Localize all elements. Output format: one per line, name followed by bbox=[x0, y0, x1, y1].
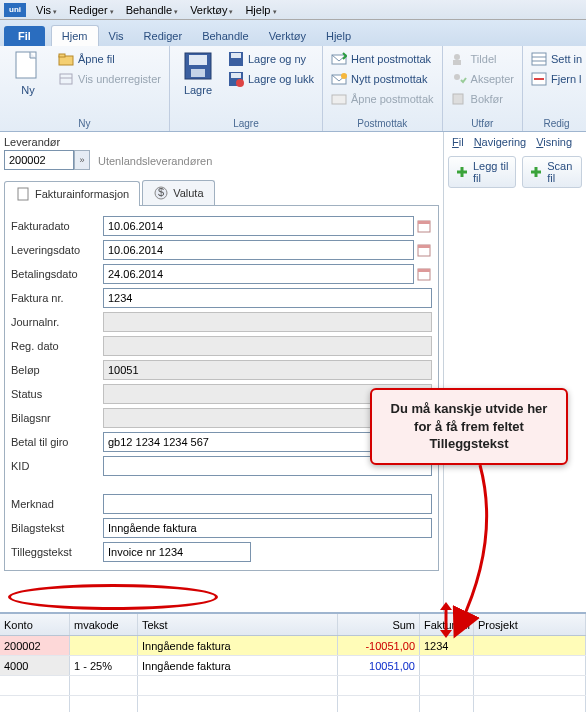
col-sum[interactable]: Sum bbox=[338, 614, 420, 635]
menu-behandle[interactable]: Behandle bbox=[122, 4, 183, 16]
tab-behandle[interactable]: Behandle bbox=[192, 26, 259, 46]
open-file-label: Åpne fil bbox=[78, 53, 115, 65]
col-prosjekt[interactable]: Prosjekt bbox=[474, 614, 586, 635]
cell-tekst[interactable]: Inngående faktura bbox=[138, 656, 338, 675]
save-new-icon bbox=[228, 51, 244, 67]
col-mvakode[interactable]: mvakode bbox=[70, 614, 138, 635]
merknad-input[interactable] bbox=[103, 494, 432, 514]
hent-postmottak-label: Hent postmottak bbox=[351, 53, 431, 65]
tab-valuta[interactable]: $Valuta bbox=[142, 180, 214, 205]
belop-label: Beløp bbox=[11, 364, 103, 376]
calendar-icon[interactable] bbox=[416, 216, 432, 236]
post-icon bbox=[451, 91, 467, 107]
tab-fil[interactable]: Fil bbox=[4, 26, 45, 46]
mail-in-icon bbox=[331, 51, 347, 67]
save-icon bbox=[182, 50, 214, 82]
hent-postmottak-button[interactable]: Hent postmottak bbox=[329, 50, 436, 68]
cell-tekst[interactable]: Inngående faktura bbox=[138, 636, 338, 655]
svg-rect-18 bbox=[453, 60, 461, 65]
nytt-postmottak-button[interactable]: Nytt postmottak bbox=[329, 70, 436, 88]
sett-inn-button[interactable]: Sett in bbox=[529, 50, 584, 68]
save-button[interactable]: Lagre bbox=[176, 50, 220, 96]
plus-icon bbox=[529, 164, 543, 180]
bilagstekst-input[interactable] bbox=[103, 518, 432, 538]
menu-verktoy[interactable]: Verktøy bbox=[186, 4, 237, 16]
tildel-label: Tildel bbox=[471, 53, 497, 65]
tab-hjem[interactable]: Hjem bbox=[51, 25, 99, 46]
new-button[interactable]: Ny bbox=[6, 50, 50, 96]
fakturanr-label: Faktura nr. bbox=[11, 292, 103, 304]
fjern-button[interactable]: Fjern l bbox=[529, 70, 584, 88]
open-file-button[interactable]: Åpne fil bbox=[56, 50, 163, 68]
cell-fakturanr[interactable]: 1234 bbox=[420, 636, 474, 655]
currency-icon: $ bbox=[153, 185, 169, 201]
tab-verktoy[interactable]: Verktøy bbox=[259, 26, 316, 46]
svg-rect-9 bbox=[231, 53, 241, 58]
save-and-close-button[interactable]: Lagre og lukk bbox=[226, 70, 316, 88]
svg-rect-20 bbox=[453, 94, 463, 104]
fakturanr-input[interactable] bbox=[103, 288, 432, 308]
belop-input bbox=[103, 360, 432, 380]
supplier-code-input[interactable] bbox=[4, 150, 74, 170]
cell-mvakode[interactable] bbox=[70, 636, 138, 655]
apne-postmottak-button[interactable]: Åpne postmottak bbox=[329, 90, 436, 108]
status-label: Status bbox=[11, 388, 103, 400]
nytt-postmottak-label: Nytt postmottak bbox=[351, 73, 427, 85]
sett-inn-label: Sett in bbox=[551, 53, 582, 65]
cell-sum[interactable]: -10051,00 bbox=[338, 636, 420, 655]
cell-prosjekt[interactable] bbox=[474, 636, 586, 655]
top-menu-bar: uni Vis Rediger Behandle Verktøy Hjelp bbox=[0, 0, 586, 20]
cell-mvakode[interactable]: 1 - 25% bbox=[70, 656, 138, 675]
tab-vis[interactable]: Vis bbox=[99, 26, 134, 46]
betalingsdato-label: Betalingsdato bbox=[11, 268, 103, 280]
tildel-button[interactable]: Tildel bbox=[449, 50, 516, 68]
aksepter-button[interactable]: Aksepter bbox=[449, 70, 516, 88]
leveringsdato-input[interactable] bbox=[103, 240, 414, 260]
svg-rect-3 bbox=[60, 74, 72, 84]
tilleggstekst-input[interactable] bbox=[103, 542, 251, 562]
legg-til-fil-button[interactable]: Legg til fil bbox=[448, 156, 516, 188]
cell-prosjekt[interactable] bbox=[474, 656, 586, 675]
svg-rect-11 bbox=[231, 73, 241, 78]
ribbon-group-rediger-label: Redig bbox=[529, 116, 584, 131]
tab-fakturainformasjon[interactable]: Fakturainformasjon bbox=[4, 181, 140, 206]
cell-konto[interactable]: 4000 bbox=[0, 656, 70, 675]
scan-fil-button[interactable]: Scan fil bbox=[522, 156, 582, 188]
tab-rediger[interactable]: Rediger bbox=[134, 26, 193, 46]
vis-underregister-button[interactable]: Vis underregister bbox=[56, 70, 163, 88]
tab-fakturainformasjon-label: Fakturainformasjon bbox=[35, 188, 129, 200]
table-row[interactable]: 200002Inngående faktura-10051,001234 bbox=[0, 636, 586, 656]
mail-open-icon bbox=[331, 91, 347, 107]
menu-vis[interactable]: Vis bbox=[32, 4, 61, 16]
col-tekst[interactable]: Tekst bbox=[138, 614, 338, 635]
annotation-callout: Du må kanskje utvide her for å få frem f… bbox=[370, 388, 568, 465]
right-menu-visning[interactable]: Visning bbox=[532, 134, 576, 150]
betalingsdato-input[interactable] bbox=[103, 264, 414, 284]
table-row[interactable]: 40001 - 25%Inngående faktura10051,00 bbox=[0, 656, 586, 676]
save-and-new-button[interactable]: Lagre og ny bbox=[226, 50, 316, 68]
supplier-lookup-button[interactable]: » bbox=[74, 150, 90, 170]
new-button-label: Ny bbox=[21, 84, 34, 96]
ribbon-group-postmottak: Hent postmottak Nytt postmottak Åpne pos… bbox=[323, 46, 443, 131]
ribbon-group-utfor: Tildel Aksepter Bokfør Utfør bbox=[443, 46, 523, 131]
fakturadato-input[interactable] bbox=[103, 216, 414, 236]
table-row-empty[interactable] bbox=[0, 696, 586, 712]
bokfor-button[interactable]: Bokfør bbox=[449, 90, 516, 108]
right-menu: Fil Navigering Visning bbox=[448, 134, 582, 150]
right-menu-navigering[interactable]: Navigering bbox=[470, 134, 531, 150]
col-fakturanr[interactable]: Fakturanr bbox=[420, 614, 474, 635]
cell-fakturanr[interactable] bbox=[420, 656, 474, 675]
menu-hjelp[interactable]: Hjelp bbox=[241, 4, 280, 16]
cell-sum[interactable]: 10051,00 bbox=[338, 656, 420, 675]
cell-konto[interactable]: 200002 bbox=[0, 636, 70, 655]
supplier-name: Utenlandsleverandøren bbox=[98, 155, 212, 167]
svg-rect-16 bbox=[332, 95, 346, 104]
tab-hjelp[interactable]: Hjelp bbox=[316, 26, 361, 46]
right-menu-fil[interactable]: Fil bbox=[448, 134, 468, 150]
table-row-empty[interactable] bbox=[0, 676, 586, 696]
calendar-icon[interactable] bbox=[416, 264, 432, 284]
calendar-icon[interactable] bbox=[416, 240, 432, 260]
col-konto[interactable]: Konto bbox=[0, 614, 70, 635]
menu-rediger[interactable]: Rediger bbox=[65, 4, 118, 16]
assign-icon bbox=[451, 51, 467, 67]
